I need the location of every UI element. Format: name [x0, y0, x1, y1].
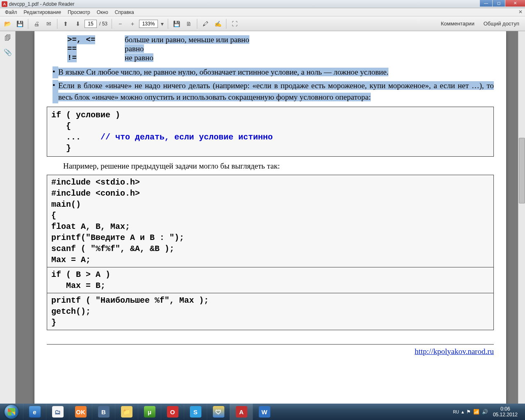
task-opera[interactable]: O [161, 404, 184, 420]
tray-flag-icon[interactable]: ⚑ [466, 409, 471, 415]
language-indicator[interactable]: RU [453, 410, 459, 414]
word-icon: W [259, 406, 270, 418]
taskbar: e 🗂 OK B 📁 μ O S 🛡 A W RU ▴ ⚑ 📶 🔊 0:06 0… [0, 404, 525, 420]
separator [168, 19, 168, 29]
bullet-1-text: В языке Си любое число, не равное нулю, … [58, 68, 388, 76]
clock-date: 05.12.2012 [493, 412, 518, 418]
tray-network-icon[interactable]: 📶 [473, 409, 479, 415]
menu-help[interactable]: Справка [112, 9, 137, 16]
task-word[interactable]: W [253, 404, 276, 420]
menu-view[interactable]: Просмотр [64, 9, 94, 16]
highlight-icon[interactable]: 🖍 [200, 18, 211, 30]
op-ge-le-desc: больше или равно, меньше или равно [125, 35, 249, 44]
separator [57, 19, 57, 29]
windows-logo-icon [5, 405, 18, 419]
ok-icon: OK [75, 406, 87, 418]
menu-edit[interactable]: Редактирование [21, 9, 64, 16]
sidebar: 🗐 📎 [0, 31, 16, 412]
menu-window[interactable]: Окно [94, 9, 112, 16]
page-down-icon[interactable]: ⬇ [72, 18, 84, 30]
zoom-dropdown-icon[interactable]: ▾ [159, 18, 165, 30]
task-shield[interactable]: 🛡 [207, 404, 230, 420]
comments-button[interactable]: Комментарии [437, 19, 479, 28]
skype-icon: S [190, 406, 201, 418]
page-total-label: / 53 [98, 21, 109, 27]
email-icon[interactable]: ✉ [43, 18, 55, 30]
menu-file[interactable]: Файл [2, 9, 21, 16]
window-title: devcpp_1.pdf - Adobe Reader [9, 1, 74, 7]
zoom-input[interactable] [139, 20, 158, 28]
share-button[interactable]: Общий доступ [479, 19, 523, 28]
utorrent-icon: μ [144, 406, 155, 418]
vertical-scrollbar[interactable] [518, 31, 525, 412]
op-eq: == [67, 44, 77, 53]
tray-up-icon[interactable]: ▴ [461, 409, 464, 415]
ie-icon: e [29, 406, 41, 418]
toolbar: 📂 💾 🖨 ✉ ⬆ ⬇ / 53 − + ▾ 💾 🗎 🖍 ✍ ⛶ Коммент… [0, 16, 525, 31]
maximize-button[interactable]: ◻ [493, 0, 505, 7]
op-ne: != [67, 53, 77, 62]
op-ne-desc: не равно [125, 53, 153, 62]
document-viewport[interactable]: >=, <=больше или равно, меньше или равно… [16, 31, 525, 412]
task-pdf[interactable]: A [230, 404, 253, 420]
paragraph: Например, решение предыдущей задачи могл… [63, 162, 494, 171]
separator [28, 19, 28, 29]
folder-icon: 📁 [121, 406, 132, 418]
start-button[interactable] [0, 404, 23, 420]
attachments-icon[interactable]: 📎 [3, 48, 12, 57]
shield-icon: 🛡 [213, 406, 224, 418]
app-icon: A [2, 1, 7, 7]
thumbnails-icon[interactable]: 🗐 [3, 34, 12, 43]
explorer-icon: 🗂 [52, 406, 64, 418]
page-up-icon[interactable]: ⬆ [60, 18, 71, 30]
pdf-icon: A [236, 406, 247, 418]
open-file-icon[interactable]: 📂 [2, 18, 13, 30]
save-copy-icon[interactable]: 💾 [171, 18, 182, 30]
vk-icon: B [98, 406, 110, 418]
zoom-out-icon[interactable]: − [114, 18, 126, 30]
pdf-page: >=, <=больше или равно, меньше или равно… [34, 31, 506, 412]
task-folder[interactable]: 📁 [115, 404, 138, 420]
task-ie[interactable]: e [23, 404, 46, 420]
code-block-2: #include <stdio.h> #include <conio.h> ma… [47, 175, 494, 330]
footer-link[interactable]: http://kpolyakov.narod.ru [415, 347, 494, 356]
separator [197, 19, 197, 29]
task-utorrent[interactable]: μ [138, 404, 161, 420]
menubar: Файл Редактирование Просмотр Окно Справк… [0, 8, 525, 16]
code-block-1: if ( условие ) { ... // что делать, если… [47, 107, 494, 157]
minimize-button[interactable]: — [480, 0, 492, 7]
page-number-input[interactable] [84, 20, 97, 28]
op-eq-desc: равно [125, 44, 144, 53]
scroll-thumb[interactable] [519, 138, 525, 203]
bullet-icon: • [52, 66, 58, 78]
bullet-icon: • [52, 80, 58, 103]
close-button[interactable]: ✕ [505, 0, 525, 7]
titlebar: A devcpp_1.pdf - Adobe Reader — ◻ ✕ [0, 0, 525, 8]
convert-icon[interactable]: 🗎 [183, 18, 194, 30]
document-close-button[interactable]: ✕ [518, 9, 523, 15]
tray-volume-icon[interactable]: 🔊 [482, 409, 488, 415]
zoom-in-icon[interactable]: + [127, 18, 138, 30]
system-tray: RU ▴ ⚑ 📶 🔊 0:06 05.12.2012 [450, 406, 523, 418]
separator [112, 19, 112, 29]
save-icon[interactable]: 💾 [14, 18, 25, 30]
task-explorer[interactable]: 🗂 [46, 404, 69, 420]
bullet-2-text: Если в блоке «иначе» не надо ничего дела… [58, 81, 494, 102]
opera-icon: O [167, 406, 178, 418]
task-vk[interactable]: B [92, 404, 115, 420]
footer: http://kpolyakov.narod.ru [47, 344, 494, 356]
task-skype[interactable]: S [184, 404, 207, 420]
separator [226, 19, 226, 29]
task-ok[interactable]: OK [69, 404, 92, 420]
clock-time: 0:06 [493, 406, 518, 412]
read-mode-icon[interactable]: ⛶ [229, 18, 240, 30]
print-icon[interactable]: 🖨 [31, 18, 42, 30]
clock[interactable]: 0:06 05.12.2012 [491, 406, 520, 418]
sign-icon[interactable]: ✍ [212, 18, 224, 30]
